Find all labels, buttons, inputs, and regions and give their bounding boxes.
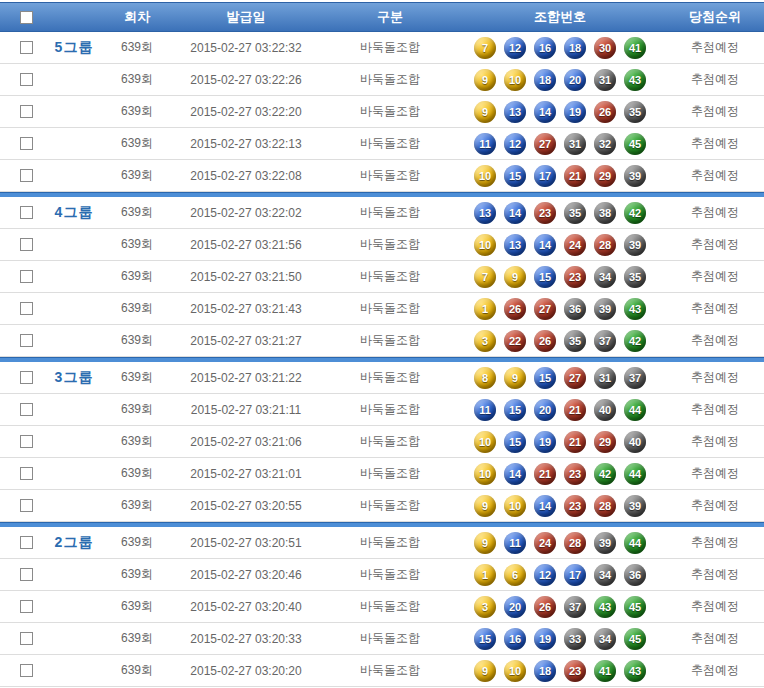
row-check-cell	[0, 105, 40, 118]
lotto-ball: 23	[564, 266, 586, 288]
row-checkbox[interactable]	[20, 73, 33, 86]
row-checkbox[interactable]	[20, 632, 33, 645]
row-checkbox[interactable]	[20, 467, 33, 480]
table-row: 639회2015-02-27 03:21:01바둑돌조합101421234244…	[0, 458, 764, 490]
lotto-ball: 21	[534, 463, 556, 485]
row-checkbox[interactable]	[20, 334, 33, 347]
table-row: 639회2015-02-27 03:22:20바둑돌조합91314192635추…	[0, 96, 764, 128]
group-cell: 5그룹	[40, 39, 108, 57]
lotto-ball: 10	[504, 69, 526, 91]
combination-cell: 151619333445	[454, 628, 666, 650]
category-cell: 바둑돌조합	[326, 39, 454, 56]
lotto-ball: 43	[624, 298, 646, 320]
lotto-ball: 13	[474, 202, 496, 224]
row-check-cell	[0, 302, 40, 315]
lotto-ball: 10	[474, 165, 496, 187]
row-checkbox[interactable]	[20, 371, 33, 384]
lotto-ball: 9	[504, 266, 526, 288]
rank-status-cell: 추첨예정	[666, 497, 764, 514]
lotto-ball: 45	[624, 628, 646, 650]
rank-status-cell: 추첨예정	[666, 433, 764, 450]
round-cell: 639회	[108, 300, 166, 317]
issue-date-cell: 2015-02-27 03:20:40	[166, 600, 326, 614]
lotto-ball: 8	[474, 367, 496, 389]
category-cell: 바둑돌조합	[326, 332, 454, 349]
lotto-ball: 27	[534, 133, 556, 155]
lotto-ball: 45	[624, 133, 646, 155]
issue-date-cell: 2015-02-27 03:21:50	[166, 270, 326, 284]
row-checkbox[interactable]	[20, 270, 33, 283]
row-checkbox[interactable]	[20, 41, 33, 54]
combination-cell: 71216183041	[454, 37, 666, 59]
lotto-ball: 31	[594, 69, 616, 91]
lotto-ball: 35	[564, 202, 586, 224]
row-checkbox[interactable]	[20, 302, 33, 315]
row-check-cell	[0, 334, 40, 347]
combination-cell: 1612173436	[454, 564, 666, 586]
select-all-checkbox[interactable]	[20, 11, 33, 24]
lotto-ball: 24	[534, 532, 556, 554]
issue-date-cell: 2015-02-27 03:22:20	[166, 105, 326, 119]
row-checkbox[interactable]	[20, 568, 33, 581]
row-checkbox[interactable]	[20, 664, 33, 677]
lotto-ball: 39	[624, 495, 646, 517]
row-check-cell	[0, 435, 40, 448]
round-cell: 639회	[108, 401, 166, 418]
round-cell: 639회	[108, 71, 166, 88]
table-row: 639회2015-02-27 03:22:08바둑돌조합101517212939…	[0, 160, 764, 192]
issue-date-cell: 2015-02-27 03:22:08	[166, 169, 326, 183]
combination-cell: 101519212940	[454, 431, 666, 453]
row-checkbox[interactable]	[20, 238, 33, 251]
header-issue-date: 발급일	[166, 8, 326, 26]
issue-date-cell: 2015-02-27 03:21:43	[166, 302, 326, 316]
row-checkbox[interactable]	[20, 600, 33, 613]
row-checkbox[interactable]	[20, 403, 33, 416]
header-rank: 당첨순위	[666, 8, 764, 26]
lotto-ball: 13	[504, 234, 526, 256]
table-body: 5그룹639회2015-02-27 03:22:32바둑돌조합712161830…	[0, 32, 764, 687]
lotto-ball: 37	[624, 367, 646, 389]
lotto-ball: 31	[594, 367, 616, 389]
lotto-ball: 34	[594, 628, 616, 650]
issue-date-cell: 2015-02-27 03:20:20	[166, 664, 326, 678]
round-cell: 639회	[108, 135, 166, 152]
row-checkbox[interactable]	[20, 435, 33, 448]
combination-cell: 91314192635	[454, 101, 666, 123]
category-cell: 바둑돌조합	[326, 236, 454, 253]
round-cell: 639회	[108, 167, 166, 184]
row-checkbox[interactable]	[20, 206, 33, 219]
row-checkbox[interactable]	[20, 169, 33, 182]
row-checkbox[interactable]	[20, 499, 33, 512]
row-checkbox[interactable]	[20, 536, 33, 549]
combination-cell: 91124283944	[454, 532, 666, 554]
row-check-cell	[0, 403, 40, 416]
rank-status-cell: 추첨예정	[666, 167, 764, 184]
lotto-ball: 39	[594, 532, 616, 554]
lotto-ball: 42	[624, 330, 646, 352]
group-label: 4그룹	[55, 204, 94, 220]
lotto-ball: 9	[474, 532, 496, 554]
lotto-ball: 29	[594, 431, 616, 453]
lotto-ball: 43	[624, 660, 646, 682]
lotto-ball: 9	[474, 101, 496, 123]
lotto-ball: 44	[624, 463, 646, 485]
row-checkbox[interactable]	[20, 137, 33, 150]
table-row: 5그룹639회2015-02-27 03:22:32바둑돌조합712161830…	[0, 32, 764, 64]
lotto-ball: 11	[474, 399, 496, 421]
round-cell: 639회	[108, 497, 166, 514]
row-check-cell	[0, 467, 40, 480]
table-row: 639회2015-02-27 03:21:43바둑돌조합12627363943추…	[0, 293, 764, 325]
category-cell: 바둑돌조합	[326, 167, 454, 184]
lotto-ball: 24	[564, 234, 586, 256]
table-row: 639회2015-02-27 03:20:33바둑돌조합151619333445…	[0, 623, 764, 655]
lotto-ball: 19	[534, 628, 556, 650]
table-row: 639회2015-02-27 03:20:40바둑돌조합32026374345추…	[0, 591, 764, 623]
lotto-ball: 9	[474, 495, 496, 517]
table-row: 639회2015-02-27 03:21:11바둑돌조합111520214044…	[0, 394, 764, 426]
lotto-ball: 27	[534, 298, 556, 320]
lotto-ball: 21	[564, 165, 586, 187]
rank-status-cell: 추첨예정	[666, 630, 764, 647]
header-category: 구분	[326, 8, 454, 26]
row-checkbox[interactable]	[20, 105, 33, 118]
lotto-ball: 3	[474, 596, 496, 618]
